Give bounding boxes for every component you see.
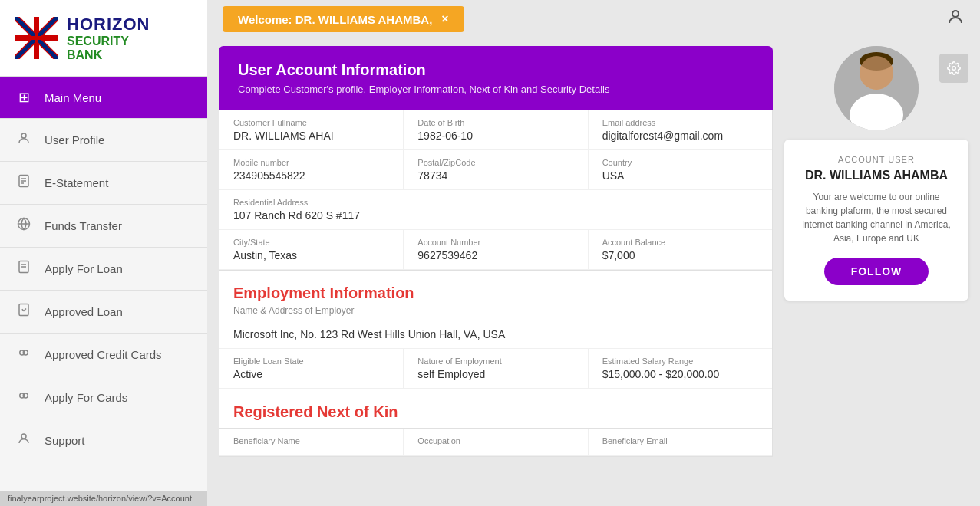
info-row-2: Mobile number 234905545822 Postal/ZipCod…: [219, 150, 772, 190]
loan-apply-icon: [15, 260, 32, 278]
employment-section-header: Employment Information Name & Address of…: [219, 271, 773, 320]
globe-icon: [15, 217, 32, 235]
sidebar-item-user-profile[interactable]: User Profile: [0, 119, 207, 162]
kin-title: Registered Next of Kin: [233, 403, 758, 421]
main-content: Welcome: DR. WILLIAMS AHAMBA, × User Acc…: [207, 0, 980, 506]
support-icon: [15, 432, 32, 449]
info-cell-email: Email address digitalforest4@gmail.com: [589, 110, 772, 150]
kin-section-header: Registered Next of Kin: [219, 389, 773, 429]
sidebar-item-label: Apply For Loan: [45, 262, 123, 275]
sidebar-item-approved-credit-cards[interactable]: Approved Credit Cards: [0, 334, 207, 376]
info-cell-name: Customer Fullname DR. WILLIAMS AHAI: [219, 110, 404, 150]
content-area: User Account Information Complete Custom…: [207, 38, 980, 506]
account-info-header: User Account Information Complete Custom…: [219, 46, 773, 110]
sidebar-item-main-menu[interactable]: ⊞ Main Menu: [0, 77, 207, 119]
sidebar-item-apply-for-cards[interactable]: Apply For Cards: [0, 376, 207, 419]
info-cell-dob: Date of Birth 1982-06-10: [404, 110, 588, 150]
user-icon: [15, 131, 32, 149]
sidebar-item-label: Support: [45, 434, 85, 447]
sidebar-item-label: Approved Credit Cards: [45, 348, 162, 361]
sidebar-item-label: User Profile: [45, 133, 104, 146]
welcome-text: Welcome: DR. WILLIAMS AHAMBA,: [238, 13, 432, 26]
info-cell-city: City/State Austin, Texas: [219, 230, 404, 269]
account-user-label: ACCOUNT USER: [838, 155, 915, 164]
sidebar-item-label: Funds Transfer: [45, 219, 122, 232]
info-cell-country: Country USA: [589, 150, 772, 189]
logo-horizon: HORIZON: [67, 15, 150, 34]
sidebar-item-label: Apply For Cards: [45, 391, 127, 404]
apply-cards-icon: [15, 389, 32, 406]
account-info-subtitle: Complete Customer's profile, Employer In…: [238, 84, 754, 95]
sidebar-item-funds-transfer[interactable]: Funds Transfer: [0, 205, 207, 248]
profile-name: DR. WILLIAMS AHAMBA: [805, 169, 948, 182]
beneficiary-name-cell: Beneficiary Name: [219, 429, 404, 455]
sidebar-item-e-statement[interactable]: E-Statement: [0, 162, 207, 205]
svg-point-30: [860, 56, 893, 90]
sidebar-item-label: E-Statement: [45, 176, 108, 189]
gear-button[interactable]: [939, 54, 968, 83]
employment-row-2: Eligible Loan State Active Nature of Emp…: [219, 349, 772, 389]
svg-point-25: [952, 11, 959, 17]
info-cell-mobile: Mobile number 234905545822: [219, 150, 404, 189]
sidebar-item-label: Approved Loan: [45, 305, 123, 318]
employment-table: Microsoft Inc, No. 123 Rd West Hills Uni…: [219, 320, 773, 389]
sidebar: HORIZON SECURITY BANK ⊞ Main Menu User P…: [0, 0, 207, 506]
svg-rect-19: [19, 304, 28, 316]
svg-point-31: [952, 67, 956, 71]
kin-table: Beneficiary Name Occupation Beneficiary …: [219, 429, 773, 457]
info-cell-address: Residential Address 107 Ranch Rd 620 S #…: [219, 190, 772, 229]
profile-description: Your are welcome to our online banking p…: [800, 190, 953, 245]
credit-cards-icon: [15, 346, 32, 363]
right-panel: ACCOUNT USER DR. WILLIAMS AHAMBA Your ar…: [784, 46, 968, 498]
approved-loan-icon: [15, 303, 32, 320]
document-icon: [15, 174, 32, 192]
info-cell-postal: Postal/ZipCode 78734: [404, 150, 588, 189]
employment-row-1: Microsoft Inc, No. 123 Rd West Hills Uni…: [219, 320, 772, 349]
svg-point-9: [21, 133, 26, 138]
account-info-table: Customer Fullname DR. WILLIAMS AHAI Date…: [219, 110, 773, 271]
logo-text: HORIZON SECURITY BANK: [67, 15, 150, 62]
sidebar-nav: ⊞ Main Menu User Profile E-Statement Fun…: [0, 77, 207, 491]
logo-security: SECURITY: [67, 34, 150, 48]
logo-flag-icon: [15, 17, 58, 59]
profile-avatar: [834, 46, 919, 130]
grid-icon: ⊞: [15, 89, 32, 106]
follow-button[interactable]: FOLLOW: [824, 258, 929, 285]
svg-point-24: [21, 434, 26, 439]
info-cell-account-number: Account Number 9627539462: [404, 230, 588, 269]
center-panel: User Account Information Complete Custom…: [219, 46, 773, 498]
profile-card: ACCOUNT USER DR. WILLIAMS AHAMBA Your ar…: [784, 140, 968, 301]
close-icon[interactable]: ×: [441, 12, 448, 26]
info-row-1: Customer Fullname DR. WILLIAMS AHAI Date…: [219, 110, 772, 150]
beneficiary-email-cell: Beneficiary Email: [589, 429, 772, 455]
logo-area: HORIZON SECURITY BANK: [0, 0, 207, 77]
kin-row-1: Beneficiary Name Occupation Beneficiary …: [219, 429, 772, 456]
loan-state-cell: Eligible Loan State Active: [219, 349, 404, 388]
sidebar-item-support[interactable]: Support: [0, 419, 207, 462]
welcome-banner: Welcome: DR. WILLIAMS AHAMBA, ×: [223, 6, 464, 32]
employment-title: Employment Information: [233, 284, 758, 302]
sidebar-item-label: Main Menu: [45, 91, 101, 104]
topbar: Welcome: DR. WILLIAMS AHAMBA, ×: [207, 0, 980, 38]
info-row-4: City/State Austin, Texas Account Number …: [219, 230, 772, 270]
sidebar-item-approved-loan[interactable]: Approved Loan: [0, 291, 207, 334]
info-row-3: Residential Address 107 Ranch Rd 620 S #…: [219, 190, 772, 230]
account-info-title: User Account Information: [238, 61, 754, 79]
sidebar-item-apply-for-loan[interactable]: Apply For Loan: [0, 248, 207, 291]
info-cell-account-balance: Account Balance $7,000: [589, 230, 772, 269]
salary-cell: Estimated Salary Range $15,000.00 - $20,…: [589, 349, 772, 388]
user-account-icon[interactable]: [946, 8, 965, 31]
nature-cell: Nature of Employment self Employed: [404, 349, 588, 388]
employer-label: Name & Address of Employer: [233, 305, 758, 316]
url-bar: finalyearproject.website/horizon/view/?v…: [0, 491, 207, 506]
logo-bank: BANK: [67, 48, 150, 62]
employer-value-cell: Microsoft Inc, No. 123 Rd West Hills Uni…: [219, 320, 772, 348]
occupation-cell: Occupation: [404, 429, 588, 455]
